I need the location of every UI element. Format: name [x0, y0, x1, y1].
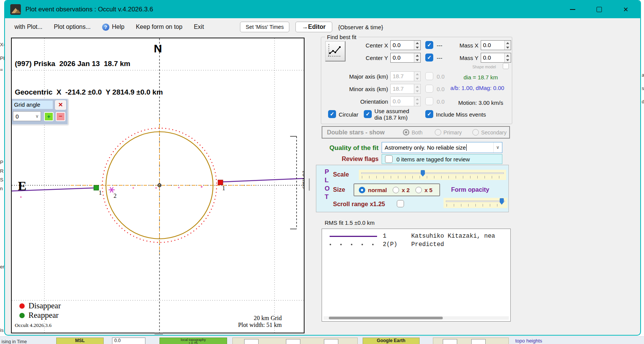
use-assumed-label: Use assumed dia (18.7 km)	[374, 108, 409, 121]
include-miss-checkbox[interactable]	[425, 110, 433, 118]
reappear-dot-icon	[19, 313, 25, 318]
center-x-checkbox[interactable]	[425, 41, 433, 49]
spinner-arrows[interactable]	[414, 41, 420, 50]
horizontal-scrollbar[interactable]	[324, 316, 509, 320]
titlebar[interactable]: Plot event observations : Occult v.4.202…	[5, 1, 640, 18]
topography-cell[interactable]: local topography t Δ 75	[159, 338, 227, 344]
disappear-label: Disappear	[28, 301, 61, 311]
major-axis-checkbox	[425, 72, 433, 80]
bg-minibox[interactable]	[324, 339, 338, 344]
event-legend: Disappear Reappear	[19, 301, 61, 320]
bg-minibox[interactable]	[443, 339, 457, 344]
observation-row[interactable]: 2(P) Predicted	[322, 240, 510, 249]
spinner-arrows	[414, 72, 420, 81]
reappear-marker[interactable]	[94, 185, 99, 190]
scale-slider[interactable]	[359, 170, 506, 180]
marker-label: 1	[99, 189, 102, 196]
observations-list[interactable]: 1 Katsuhiko Kitazaki, nea 2(P) Predicted	[322, 229, 511, 322]
bg-fragment: a	[642, 72, 644, 78]
review-flags-checkbox[interactable]	[385, 155, 393, 163]
bg-minibox[interactable]	[244, 339, 259, 344]
grid-angle-close-button[interactable]: ✕	[55, 100, 66, 110]
form-opacity-slider[interactable]	[444, 198, 507, 208]
menu-keep-on-top[interactable]: Keep form on top	[136, 24, 183, 30]
menu-help[interactable]: ? Help	[102, 24, 125, 31]
disappear-marker[interactable]	[218, 180, 223, 185]
size-x5-radio[interactable]	[415, 187, 422, 193]
spinner-arrows[interactable]	[504, 41, 511, 50]
center-x-spinner[interactable]: 0.0	[390, 40, 421, 50]
double-stars-both-radio	[403, 129, 409, 136]
arrow-up-icon	[505, 53, 511, 58]
size-x2-radio[interactable]	[393, 187, 399, 193]
size-normal-radio[interactable]	[359, 187, 365, 193]
plot-title-line2: Geocentric X -214.2 ±0.0 Y 2814.9 ±0.0 k…	[15, 87, 163, 97]
grid-angle-plus-button[interactable]: +	[44, 112, 54, 121]
bg-fragment: er	[0, 264, 5, 270]
editor-button[interactable]: →Editor	[295, 22, 332, 32]
size-radio-group: normal x 2 x 5	[354, 183, 440, 196]
observer-time-label[interactable]: {Observer & time}	[338, 24, 383, 30]
observation-row[interactable]: 1 Katsuhiko Kitazaki, nea	[322, 232, 510, 240]
grid-angle-minus-button[interactable]: –	[56, 112, 65, 121]
occult-version-label: Occult 4.2026.3.6	[15, 322, 52, 328]
help-icon: ?	[102, 24, 109, 31]
quality-value: Astrometry only. No reliable size	[382, 144, 466, 151]
msl-value-spinner[interactable]: 0.0	[112, 338, 145, 344]
center-y-spinner[interactable]: 0.0	[390, 53, 421, 63]
set-miss-times-button[interactable]: Set 'Miss' Times	[240, 22, 289, 32]
plot-title-line1: (997) Priska 2026 Jan 13 18.7 km	[15, 59, 163, 68]
plot-area[interactable]: 1 2 1 10 mas (997) Priska 2026 Jan 13 18…	[11, 38, 305, 333]
spinner-arrows[interactable]	[414, 53, 420, 62]
find-best-fit-group: Find best fit Center X 0.0 --- Mass X	[321, 37, 512, 124]
bg-minibox[interactable]	[286, 339, 300, 344]
mass-x-spinner[interactable]: 0.0	[481, 40, 511, 50]
orientation-checkbox	[425, 97, 433, 105]
maximize-button[interactable]	[592, 3, 607, 16]
grid-angle-select[interactable]: 0 ∨	[13, 111, 41, 121]
shape-model-label: Shape model	[472, 65, 496, 69]
plot-width-label: Plot width: 51 km	[238, 322, 282, 328]
close-button[interactable]: ✕	[618, 3, 633, 16]
minor-axis-spinner: 18.7	[390, 84, 421, 94]
arrow-up-icon	[414, 72, 420, 76]
scroll-range-label: Scroll range x1.25	[333, 201, 385, 208]
scrollbar-thumb[interactable]	[329, 317, 443, 319]
minimize-button[interactable]	[565, 3, 580, 16]
resize-grip[interactable]	[155, 333, 163, 335]
panel-splitter[interactable]	[309, 178, 310, 191]
size-x2-label: x 2	[402, 187, 410, 193]
circular-checkbox[interactable]	[328, 110, 336, 118]
scroll-range-checkbox[interactable]	[397, 200, 404, 207]
grid-angle-title: Grid angle	[13, 101, 53, 109]
center-x-label: Center X	[324, 42, 388, 49]
grid-info: 20 km Grid Plot width: 51 km	[238, 315, 282, 328]
center-y-checkbox[interactable]	[425, 54, 433, 62]
grid-scale-label: 20 km Grid	[238, 315, 282, 322]
menu-with-plot[interactable]: with Plot...	[14, 24, 43, 30]
bg-fragment: ising in Time	[2, 339, 27, 344]
reappear-label: Reappear	[28, 311, 58, 320]
use-assumed-checkbox[interactable]	[364, 110, 372, 118]
mass-y-label: Mass Y	[449, 55, 478, 61]
google-earth-cell[interactable]: Google Earth	[363, 338, 420, 344]
text-cursor	[466, 144, 467, 151]
dia-readout: dia = 18.7 km	[450, 74, 511, 80]
chord-line-swatch	[330, 236, 383, 237]
scale-label: Scale	[333, 171, 349, 178]
center-y-flag: ---	[437, 55, 442, 61]
grid-angle-box[interactable]: Grid angle ✕ 0 ∨ + –	[11, 99, 68, 125]
plot-vertical-letter: L	[325, 177, 328, 184]
spinner-arrows[interactable]	[504, 53, 511, 62]
north-label: N	[154, 42, 162, 55]
menu-exit[interactable]: Exit	[194, 24, 204, 30]
msl-cell[interactable]: MSL	[56, 338, 104, 344]
screen: X= PE = P R S n er is a s d ising in Tim…	[0, 0, 644, 344]
circular-label: Circular	[339, 111, 358, 118]
mass-y-spinner[interactable]: 0.0	[481, 53, 511, 63]
quality-combobox[interactable]: Astrometry only. No reliable size ∨	[382, 142, 502, 153]
shape-model-checkbox[interactable]	[503, 63, 509, 69]
menu-plot-options[interactable]: Plot options...	[54, 24, 91, 30]
bg-minibox[interactable]	[471, 339, 486, 344]
chord-right	[223, 178, 304, 182]
